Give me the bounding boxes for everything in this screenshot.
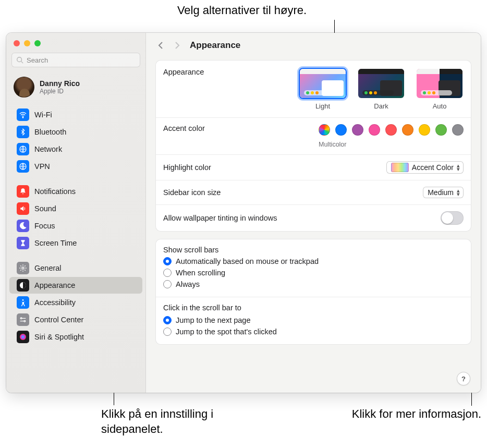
sidebar-item-appearance[interactable]: Appearance — [9, 277, 142, 294]
accent-color-a550a7[interactable] — [352, 124, 363, 136]
svg-line-1 — [21, 62, 23, 64]
callout-bottom-left: Klikk på en innstilling i sidepanelet. — [101, 407, 252, 437]
appearance-icon — [17, 279, 29, 292]
sidebar-item-screen-time[interactable]: Screen Time — [9, 235, 142, 251]
click-scroll-label: Click in the scroll bar to — [163, 304, 464, 314]
callout-bottom-right: Klikk for mer informasjon. — [283, 407, 481, 422]
svg-point-10 — [20, 334, 26, 340]
scroll-opts-option-0[interactable]: Automatically based on mouse or trackpad — [163, 257, 319, 265]
minimize-window-button[interactable] — [24, 40, 30, 46]
sidebar-item-control-center[interactable]: Control Center — [9, 311, 142, 328]
sidebar: Search Danny Rico Apple ID Wi-FiBluetoot… — [6, 33, 146, 393]
radio-icon — [163, 328, 172, 336]
sidebar-item-siri-spotlight[interactable]: Siri & Spotlight — [9, 329, 142, 345]
svg-point-5 — [22, 267, 24, 269]
radio-label: Jump to the next page — [176, 316, 251, 324]
bell-icon — [17, 185, 29, 198]
sidebar-size-label: Sidebar icon size — [163, 188, 221, 197]
settings-window: Search Danny Rico Apple ID Wi-FiBluetoot… — [6, 33, 481, 393]
network-icon — [17, 143, 29, 155]
radio-icon — [163, 269, 172, 277]
general-icon — [17, 262, 29, 274]
sidebar-size-value: Medium — [428, 188, 454, 197]
search-input[interactable]: Search — [11, 53, 140, 67]
sidebar-item-label: Focus — [34, 222, 55, 230]
appearance-option-label: Dark — [357, 102, 405, 110]
accent-color-0a7aff[interactable] — [335, 124, 347, 136]
scroll-opts-option-1[interactable]: When scrolling — [163, 269, 319, 277]
accent-color-ffc600[interactable] — [419, 124, 430, 136]
sidebar-item-label: Wi-Fi — [34, 111, 52, 119]
screentime-icon — [17, 237, 29, 249]
sidebar-item-label: Appearance — [34, 281, 75, 289]
scroll-opts-option-2[interactable]: Always — [163, 280, 319, 288]
svg-point-9 — [24, 320, 26, 322]
sidebar-nav: Wi-FiBluetoothNetworkVPNNotificationsSou… — [6, 104, 145, 393]
user-subtitle: Apple ID — [40, 88, 80, 95]
avatar — [14, 77, 34, 98]
accent-color-multicolor[interactable] — [319, 124, 330, 136]
svg-point-0 — [17, 57, 22, 62]
accent-color-ff5257[interactable] — [385, 124, 397, 136]
sidebar-item-notifications[interactable]: Notifications — [9, 183, 142, 200]
sidebar-item-label: Control Center — [34, 316, 83, 324]
click-opts-option-0[interactable]: Jump to the next page — [163, 316, 464, 324]
accent-selected-name: Multicolor — [319, 141, 347, 148]
appearance-option-dark[interactable]: Dark — [357, 68, 405, 110]
sidebar-item-accessibility[interactable]: Accessibility — [9, 294, 142, 311]
sidebar-item-label: Bluetooth — [34, 128, 66, 136]
appearance-label: Appearance — [163, 68, 204, 76]
sidebar-item-focus[interactable]: Focus — [9, 217, 142, 234]
updown-icon: ▴▾ — [457, 164, 460, 171]
sidebar-item-label: Screen Time — [34, 239, 77, 247]
apple-id-row[interactable]: Danny Rico Apple ID — [6, 72, 145, 104]
window-controls — [6, 33, 145, 51]
sidebar-item-label: Accessibility — [34, 298, 76, 307]
highlight-color-popup[interactable]: Accent Color ▴▾ — [386, 161, 464, 174]
accent-color-62ba46[interactable] — [435, 124, 447, 136]
radio-label: Automatically based on mouse or trackpad — [176, 257, 319, 265]
forward-button[interactable] — [170, 39, 185, 52]
svg-point-7 — [22, 299, 24, 301]
vpn-icon — [17, 160, 29, 173]
sidebar-item-bluetooth[interactable]: Bluetooth — [9, 124, 142, 140]
updown-icon: ▴▾ — [457, 189, 460, 196]
sidebar-size-popup[interactable]: Medium ▴▾ — [423, 187, 464, 198]
wallpaper-tint-switch[interactable] — [441, 211, 464, 225]
close-window-button[interactable] — [14, 40, 20, 46]
help-button[interactable]: ? — [457, 372, 470, 385]
toolbar: Appearance — [146, 33, 481, 58]
main-pane: Appearance Appearance Light Dark — [146, 33, 481, 393]
radio-label: When scrolling — [176, 269, 225, 277]
sidebar-item-label: Sound — [34, 204, 56, 213]
search-placeholder: Search — [27, 56, 48, 64]
appearance-option-label: Auto — [416, 102, 464, 110]
scrollbars-options: Automatically based on mouse or trackpad… — [163, 255, 319, 290]
click-scroll-options: Jump to the next pageJump to the spot th… — [163, 314, 464, 338]
focus-icon — [17, 220, 29, 232]
sidebar-item-label: Siri & Spotlight — [34, 333, 84, 341]
radio-icon — [163, 316, 172, 324]
sidebar-item-label: General — [34, 264, 62, 272]
sidebar-item-wi-fi[interactable]: Wi-Fi — [9, 106, 142, 123]
sidebar-item-vpn[interactable]: VPN — [9, 158, 142, 175]
user-name: Danny Rico — [40, 79, 80, 88]
appearance-option-auto[interactable]: Auto — [416, 68, 464, 110]
click-opts-option-1[interactable]: Jump to the spot that's clicked — [163, 328, 464, 336]
bluetooth-icon — [17, 126, 29, 138]
sidebar-item-network[interactable]: Network — [9, 141, 142, 158]
highlight-value: Accent Color — [412, 163, 454, 172]
appearance-option-light[interactable]: Light — [299, 68, 347, 110]
sidebar-item-sound[interactable]: Sound — [9, 200, 142, 217]
wallpaper-tint-label: Allow wallpaper tinting in windows — [163, 214, 277, 222]
siri-icon — [17, 331, 29, 343]
sidebar-item-general[interactable]: General — [9, 260, 142, 276]
accent-color-f74f9e[interactable] — [369, 124, 380, 136]
sidebar-item-label: Network — [34, 145, 62, 153]
accent-label: Accent color — [163, 124, 205, 132]
accent-color-8c8c91[interactable] — [452, 124, 464, 136]
zoom-window-button[interactable] — [34, 40, 41, 46]
accent-color-f7821b[interactable] — [402, 124, 413, 136]
back-button[interactable] — [153, 39, 168, 52]
scrollbars-label: Show scroll bars — [156, 239, 471, 255]
